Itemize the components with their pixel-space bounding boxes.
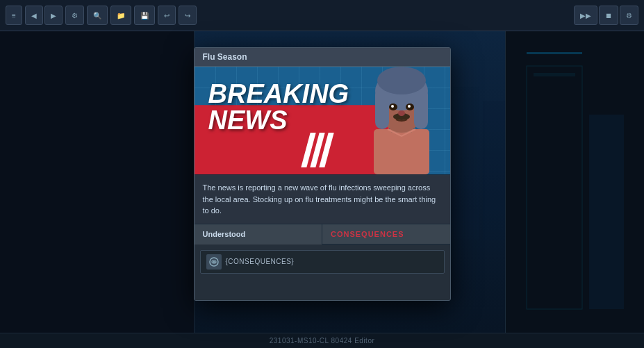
svg-point-35: [213, 261, 214, 263]
breaking-news-text: BREAKING NEWS: [208, 81, 349, 133]
consequences-panel: {CONSEQUENCES}: [195, 245, 450, 300]
consequence-text: {CONSEQUENCES}: [226, 258, 295, 265]
svg-point-26: [377, 67, 426, 94]
news-character: [353, 67, 450, 174]
dialog-actions: Understood CONSEQUENCES: [195, 224, 450, 245]
news-text-container: BREAKING NEWS: [208, 81, 349, 133]
svg-rect-24: [375, 88, 389, 129]
consequence-icon: [206, 254, 222, 270]
breaking-line2: NEWS: [208, 107, 349, 133]
svg-point-32: [398, 110, 405, 116]
dialog-body-text: The news is reporting a new wave of flu …: [195, 174, 450, 224]
consequences-header: CONSEQUENCES: [322, 224, 450, 245]
news-image: BREAKING NEWS: [195, 67, 450, 174]
breaking-line1: BREAKING: [208, 81, 349, 107]
news-accent-lines: [306, 133, 329, 167]
dialog-title-text: Flu Season: [203, 52, 247, 62]
svg-point-29: [391, 105, 394, 108]
consequence-item: {CONSEQUENCES}: [200, 250, 445, 274]
svg-point-30: [408, 105, 411, 108]
understood-button[interactable]: Understood: [195, 224, 323, 245]
svg-rect-25: [414, 88, 428, 129]
dialog-overlay: Flu Season BREAKING NEWS: [0, 0, 644, 348]
dialog: Flu Season BREAKING NEWS: [194, 47, 451, 301]
dialog-title: Flu Season: [195, 48, 450, 67]
dialog-body-content: The news is reporting a new wave of flu …: [203, 183, 436, 215]
